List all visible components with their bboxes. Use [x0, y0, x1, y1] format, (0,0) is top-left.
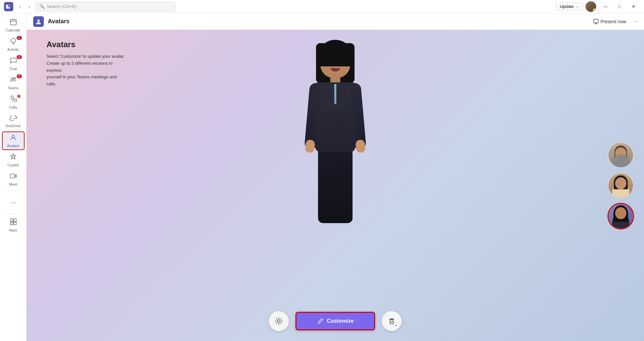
sidebar-label-calendar: Calendar [6, 28, 21, 32]
teams-badge: 2 [17, 74, 22, 78]
avatars-icon [10, 134, 17, 143]
avatar-thumb-1-inner [608, 143, 633, 167]
sidebar-item-more[interactable]: ··· [2, 193, 25, 212]
thumb-person-1 [608, 143, 633, 167]
sidebar-label-activity: Activity [7, 47, 19, 51]
avatar-thumb-2-inner [608, 173, 633, 198]
avatar-full-body [312, 40, 359, 226]
apps-icon [10, 218, 17, 227]
meet-icon [10, 172, 17, 181]
svg-rect-1 [8, 4, 11, 7]
title-bar-left: ‹ › 🔍 Search (Ctrl+E) [4, 2, 175, 11]
sidebar-item-calendar[interactable]: Calendar [2, 16, 25, 35]
avatar-torso [315, 82, 355, 152]
sidebar-label-teams: Teams [8, 86, 18, 90]
calendar-icon [10, 18, 17, 27]
header-more-button[interactable]: ··· [633, 19, 637, 25]
maximize-button[interactable]: □ [613, 2, 626, 11]
sidebar-label-onedrive: OneDrive [5, 124, 21, 128]
sidebar-item-calls[interactable]: Calls [2, 93, 25, 112]
svg-point-6 [11, 78, 13, 80]
minimize-button[interactable]: — [599, 2, 612, 11]
avatar-canvas: Avatars Select 'Customize' to update you… [27, 30, 644, 341]
delete-button[interactable] [382, 311, 402, 331]
sidebar-label-copilot: Copilot [7, 163, 19, 167]
settings-button[interactable] [269, 311, 289, 331]
svg-rect-10 [10, 219, 13, 221]
thumb-person-3 [608, 204, 633, 228]
app-header-right: Present now ··· [591, 18, 637, 26]
calls-icon [10, 95, 17, 104]
present-icon [593, 19, 599, 24]
desc-line2: Create up to 3 different versions to exp… [46, 61, 113, 73]
avatars-description: Select 'Customize' to update your avatar… [46, 53, 126, 88]
svg-rect-9 [10, 174, 15, 178]
sidebar-item-meet[interactable]: Meet [2, 170, 25, 189]
svg-rect-20 [390, 320, 393, 324]
activity-badge: 2 [17, 36, 22, 40]
bottom-controls: Customize [269, 311, 402, 331]
avatar-thumbnails [607, 142, 634, 229]
sidebar-item-chat[interactable]: 4 Chat [2, 54, 25, 73]
search-icon: 🔍 [40, 4, 45, 9]
sidebar-label-apps: Apps [9, 228, 17, 232]
user-avatar-button[interactable] [586, 1, 596, 12]
sidebar-item-teams[interactable]: 2 Teams [2, 74, 25, 92]
chat-icon [10, 57, 17, 66]
close-button[interactable]: ✕ [627, 2, 640, 11]
svg-rect-12 [10, 222, 13, 225]
sidebar-item-avatars[interactable]: Avatars [2, 131, 25, 150]
sidebar-item-apps[interactable]: Apps [2, 216, 25, 234]
calls-badge-dot [17, 95, 21, 98]
onedrive-icon [9, 115, 17, 123]
present-now-button[interactable]: Present now [591, 18, 629, 26]
sidebar-item-copilot[interactable]: Copilot [2, 151, 25, 169]
forward-button[interactable]: › [25, 3, 33, 11]
customize-button[interactable]: Customize [295, 312, 375, 330]
back-button[interactable]: ‹ [16, 3, 24, 11]
avatars-title: Avatars [46, 40, 126, 49]
pencil-icon [317, 318, 324, 324]
sidebar-label-calls: Calls [9, 105, 17, 109]
customize-label: Customize [327, 318, 354, 324]
update-button[interactable]: Update ··· [556, 3, 583, 10]
sidebar-label-avatars: Avatars [7, 144, 19, 148]
update-label: Update [560, 4, 574, 9]
app-header-icon [33, 16, 44, 27]
activity-icon [10, 38, 17, 46]
desc-line3: yourself in your Teams meetings and call… [46, 74, 117, 86]
copilot-icon [10, 153, 17, 162]
main-layout: Calendar 2 Activity 4 Chat [0, 13, 644, 341]
search-bar[interactable]: 🔍 Search (Ctrl+E) [36, 2, 175, 11]
sidebar-item-activity[interactable]: 2 Activity [2, 35, 25, 54]
avatar-hand-right [355, 139, 365, 153]
update-more-icon: ··· [576, 4, 579, 9]
desc-line1: Select 'Customize' to update your avatar… [46, 54, 124, 59]
nav-arrows: ‹ › [16, 3, 33, 11]
more-icon: ··· [8, 196, 19, 209]
avatar-head-group [312, 40, 359, 226]
avatar-lapel-left [320, 84, 334, 111]
title-bar: ‹ › 🔍 Search (Ctrl+E) Update ··· — □ ✕ [0, 0, 644, 13]
sidebar-divider-2 [7, 213, 20, 214]
app-title: Avatars [48, 18, 69, 25]
settings-sub-icon [393, 322, 399, 328]
avatar-thumb-1[interactable] [607, 142, 634, 168]
sidebar-divider [7, 191, 20, 191]
info-panel: Avatars Select 'Customize' to update you… [46, 40, 126, 88]
avatar-thumb-3[interactable] [607, 203, 634, 229]
sidebar-label-meet: Meet [9, 182, 17, 186]
teams-logo-icon [4, 2, 13, 11]
teams-icon [10, 76, 17, 85]
settings-icon [275, 317, 283, 325]
sidebar-label-chat: Chat [9, 67, 17, 71]
app-header: Avatars Present now ··· [27, 13, 644, 30]
avatar-lapel-right [336, 84, 350, 111]
sidebar-item-onedrive[interactable]: OneDrive [2, 112, 25, 131]
svg-point-8 [12, 135, 15, 138]
svg-point-19 [395, 325, 397, 326]
chat-badge: 4 [17, 55, 22, 59]
avatar-thumb-2[interactable] [607, 172, 634, 199]
avatar-hand-left [305, 139, 315, 153]
svg-point-7 [14, 78, 15, 79]
